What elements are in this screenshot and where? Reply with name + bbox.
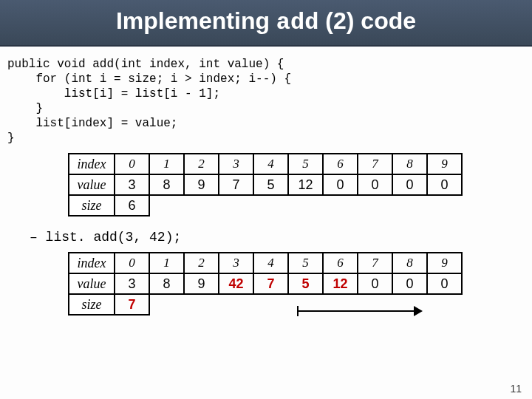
index-cell: 3 xyxy=(219,253,253,273)
value-cell: 9 xyxy=(184,273,219,294)
value-cell: 12 xyxy=(288,174,323,195)
shift-arrow-icon xyxy=(297,302,423,320)
table-row: index 0 1 2 3 4 5 6 7 8 9 xyxy=(69,253,462,273)
value-cell: 3 xyxy=(115,174,149,195)
index-cell: 2 xyxy=(184,154,219,174)
size-label: size xyxy=(69,195,115,216)
blank-cell xyxy=(149,195,462,216)
value-cell: 8 xyxy=(149,273,184,294)
value-cell: 7 xyxy=(219,174,253,195)
index-label: index xyxy=(69,154,115,174)
size-cell: 6 xyxy=(115,195,149,216)
value-cell-inserted: 42 xyxy=(219,273,253,294)
value-cell: 9 xyxy=(184,174,219,195)
table-row: index 0 1 2 3 4 5 6 7 8 9 xyxy=(69,154,462,174)
index-cell: 0 xyxy=(115,253,149,273)
table-row: size 6 xyxy=(69,195,462,216)
index-cell: 7 xyxy=(358,253,392,273)
value-cell: 0 xyxy=(392,174,427,195)
index-label: index xyxy=(69,253,115,273)
index-cell: 4 xyxy=(253,253,288,273)
index-cell: 3 xyxy=(219,154,253,174)
code-block: public void add(int index, int value) { … xyxy=(0,47,532,150)
index-cell: 1 xyxy=(149,253,184,273)
title-mono: add xyxy=(276,9,319,36)
index-cell: 5 xyxy=(288,253,323,273)
size-cell: 7 xyxy=(115,294,149,315)
index-cell: 4 xyxy=(253,154,288,174)
value-cell: 3 xyxy=(115,273,149,294)
page-number: 11 xyxy=(510,383,522,395)
value-cell-shifted: 12 xyxy=(323,273,358,294)
value-label: value xyxy=(69,174,115,195)
index-cell: 8 xyxy=(392,154,427,174)
index-cell: 1 xyxy=(149,154,184,174)
value-cell: 0 xyxy=(392,273,427,294)
index-cell: 6 xyxy=(323,253,358,273)
size-label: size xyxy=(69,294,115,315)
value-cell-shifted: 7 xyxy=(253,273,288,294)
table-row: value 3 8 9 42 7 5 12 0 0 0 xyxy=(69,273,462,294)
value-cell: 0 xyxy=(427,174,462,195)
array-table-before: index 0 1 2 3 4 5 6 7 8 9 value 3 8 9 7 … xyxy=(68,153,463,216)
index-cell: 8 xyxy=(392,253,427,273)
value-cell: 0 xyxy=(358,174,392,195)
value-cell: 5 xyxy=(253,174,288,195)
title-post: (2) code xyxy=(318,7,416,34)
index-cell: 9 xyxy=(427,154,462,174)
value-cell: 0 xyxy=(358,273,392,294)
value-cell: 8 xyxy=(149,174,184,195)
value-cell: 0 xyxy=(427,273,462,294)
index-cell: 6 xyxy=(323,154,358,174)
value-cell: 0 xyxy=(323,174,358,195)
table-row: value 3 8 9 7 5 12 0 0 0 0 xyxy=(69,174,462,195)
index-cell: 9 xyxy=(427,253,462,273)
value-label: value xyxy=(69,273,115,294)
title-pre: Implementing xyxy=(116,7,276,34)
call-expression: – list. add(3, 42); xyxy=(0,224,532,249)
index-cell: 5 xyxy=(288,154,323,174)
value-cell-shifted: 5 xyxy=(288,273,323,294)
slide-title: Implementing add (2) code xyxy=(0,0,532,47)
index-cell: 2 xyxy=(184,253,219,273)
index-cell: 7 xyxy=(358,154,392,174)
index-cell: 0 xyxy=(115,154,149,174)
